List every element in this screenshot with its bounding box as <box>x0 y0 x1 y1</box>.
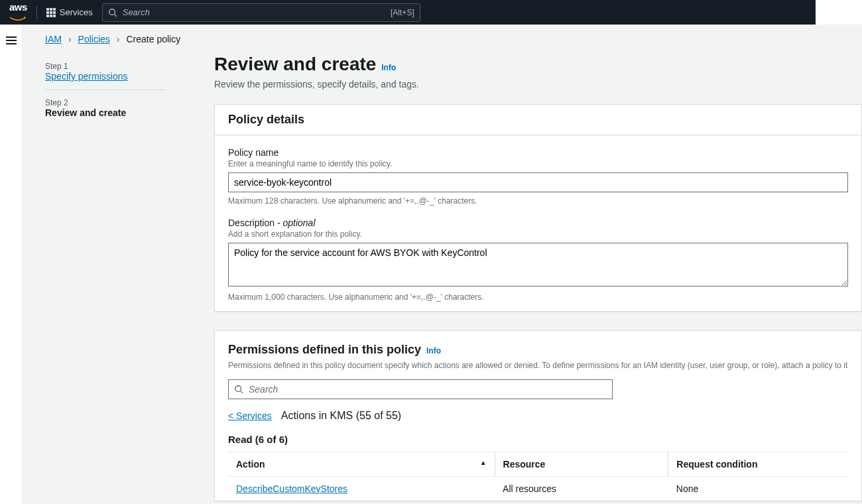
policy-name-constraint: Maximum 128 characters. Use alphanumeric… <box>228 196 848 206</box>
permission-group-read: Read (6 of 6) <box>228 434 848 445</box>
global-search[interactable]: [Alt+S] <box>102 3 420 22</box>
services-grid-icon <box>46 8 56 17</box>
permissions-table: Action ▲ Resource Request condition Desc… <box>228 452 848 501</box>
services-back-link[interactable]: < Services <box>228 410 272 421</box>
breadcrumb: IAM › Policies › Create policy <box>23 25 862 54</box>
policy-desc-help: Add a short explanation for this policy. <box>228 229 848 239</box>
permissions-search[interactable] <box>228 379 613 399</box>
policy-desc-constraint: Maximum 1,000 characters. Use alphanumer… <box>228 292 848 302</box>
step-divider <box>45 90 166 90</box>
wizard-steps: Step 1 Specify permissions Step 2 Review… <box>45 54 188 504</box>
policy-details-title: Policy details <box>228 113 848 127</box>
svg-point-0 <box>109 9 115 15</box>
search-icon <box>108 8 117 17</box>
breadcrumb-current: Create policy <box>126 34 180 44</box>
services-label: Services <box>60 7 93 17</box>
search-icon <box>234 385 243 394</box>
aws-swoosh-icon <box>9 17 27 22</box>
chevron-right-icon: › <box>117 34 120 44</box>
permissions-info-link[interactable]: Info <box>426 346 441 355</box>
breadcrumb-iam[interactable]: IAM <box>45 34 62 44</box>
hamburger-icon[interactable] <box>6 36 17 504</box>
policy-desc-label: Description - optional <box>228 218 848 228</box>
global-search-input[interactable] <box>123 7 385 17</box>
page-info-link[interactable]: Info <box>381 63 396 72</box>
search-kbd-hint: [Alt+S] <box>391 8 414 17</box>
permissions-title: Permissions defined in this policy <box>228 343 421 356</box>
chevron-right-icon: › <box>68 34 72 44</box>
top-nav: aws Services [Alt+S] <box>0 0 816 25</box>
col-action[interactable]: Action ▲ <box>228 452 495 477</box>
breadcrumb-policies[interactable]: Policies <box>78 34 110 44</box>
permissions-search-input[interactable] <box>249 384 607 395</box>
policy-name-input[interactable] <box>228 172 848 192</box>
sort-asc-icon: ▲ <box>480 459 487 466</box>
permissions-panel: Permissions defined in this policy Info … <box>214 330 862 501</box>
resource-cell: All resources <box>495 477 668 501</box>
step2-current: Review and create <box>45 107 188 118</box>
policy-name-help: Enter a meaningful name to identify this… <box>228 159 848 168</box>
svg-point-2 <box>235 386 241 392</box>
table-row: DescribeCustomKeyStores All resources No… <box>228 477 848 501</box>
policy-details-panel: Policy details Policy name Enter a meani… <box>214 104 862 312</box>
condition-cell: None <box>668 477 848 501</box>
page-description: Review the permissions, specify details,… <box>214 79 862 90</box>
step1-link[interactable]: Specify permissions <box>45 71 128 82</box>
aws-logo-text: aws <box>9 1 27 13</box>
step2-label: Step 2 <box>45 98 188 107</box>
side-rail <box>0 25 23 504</box>
col-resource[interactable]: Resource <box>495 452 668 477</box>
action-link[interactable]: DescribeCustomKeyStores <box>236 483 347 494</box>
services-menu-button[interactable]: Services <box>46 7 93 17</box>
col-condition[interactable]: Request condition <box>668 452 848 477</box>
svg-line-3 <box>241 391 243 394</box>
aws-logo[interactable]: aws <box>9 1 27 24</box>
nav-divider <box>36 6 37 19</box>
policy-desc-input[interactable] <box>228 243 848 286</box>
page-title: Review and create <box>214 54 376 74</box>
svg-line-1 <box>114 14 117 17</box>
policy-name-label: Policy name <box>228 147 848 158</box>
actions-count: Actions in KMS (55 of 55) <box>281 410 401 422</box>
step1-label: Step 1 <box>45 62 188 71</box>
permissions-description: Permissions defined in this policy docum… <box>228 361 848 370</box>
